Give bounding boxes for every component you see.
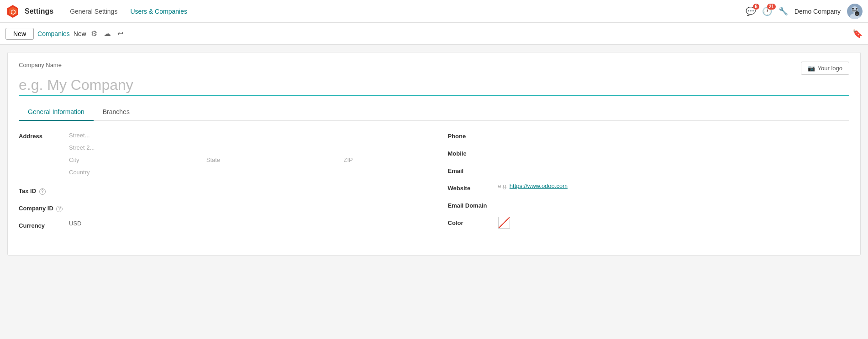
form-container: 📷 Your logo Company Name General Informa…	[7, 52, 861, 256]
app-logo: ⬡	[5, 4, 20, 19]
street-input[interactable]	[69, 130, 421, 141]
new-button[interactable]: New	[5, 28, 34, 40]
camera-icon: 📷	[808, 65, 815, 72]
tax-id-row: Tax ID ?	[19, 185, 421, 198]
right-section: Phone Mobile Email Webs	[448, 130, 850, 237]
left-section: Address Tax ID ?	[19, 130, 421, 237]
color-swatch-line	[499, 217, 510, 228]
email-domain-value	[498, 199, 850, 210]
phone-row: Phone	[448, 130, 850, 144]
bookmark-icon[interactable]: 🔖	[852, 29, 863, 39]
color-row: Color	[448, 217, 850, 230]
app-title: Settings	[25, 7, 53, 16]
email-row: Email	[448, 165, 850, 178]
address-label: Address	[19, 130, 69, 140]
phone-input[interactable]	[498, 130, 850, 141]
tax-id-help-icon[interactable]: ?	[39, 188, 46, 195]
email-domain-row: Email Domain	[448, 199, 850, 213]
country-input[interactable]	[69, 167, 421, 177]
company-id-row: Company ID ?	[19, 202, 421, 216]
svg-text:⬡: ⬡	[11, 9, 16, 16]
color-value	[498, 217, 850, 230]
tab-general-information[interactable]: General Information	[19, 104, 94, 121]
nav-right: 💬 6 🕐 21 🔧 Demo Company	[746, 4, 863, 19]
company-id-help-icon[interactable]: ?	[56, 206, 63, 212]
street2-input[interactable]	[69, 142, 421, 153]
action-icons: New ⚙ ☁ ↩	[74, 27, 125, 40]
color-label: Color	[448, 217, 498, 226]
currency-usd[interactable]: USD	[69, 217, 81, 227]
tax-id-label: Tax ID ?	[19, 185, 69, 195]
currency-label: Currency	[19, 219, 69, 229]
zip-input[interactable]	[344, 155, 421, 165]
email-label: Email	[448, 165, 498, 174]
svg-rect-11	[856, 14, 858, 14]
user-avatar[interactable]	[847, 4, 863, 19]
form-body: Address Tax ID ?	[19, 130, 849, 237]
website-link[interactable]: https://www.odoo.com	[510, 183, 568, 189]
tax-id-input[interactable]	[69, 185, 421, 195]
top-nav: ⬡ Settings General Settings Users & Comp…	[0, 0, 868, 23]
currency-value: USD	[69, 219, 421, 227]
state-input[interactable]	[206, 155, 340, 165]
mobile-input[interactable]	[498, 147, 850, 158]
mobile-row: Mobile	[448, 147, 850, 161]
nav-menu: General Settings Users & Companies	[64, 5, 193, 18]
website-row: Website e.g. https://www.odoo.com	[448, 182, 850, 196]
phone-value	[498, 130, 850, 141]
mobile-value	[498, 147, 850, 158]
tax-id-value	[69, 185, 421, 195]
settings-icon[interactable]: ⚙	[89, 27, 99, 40]
company-name[interactable]: Demo Company	[794, 8, 841, 15]
email-domain-label: Email Domain	[448, 199, 498, 209]
website-placeholder: e.g. https://www.odoo.com	[498, 183, 568, 189]
email-input[interactable]	[498, 165, 850, 175]
city-state-zip-row	[69, 155, 421, 165]
email-domain-input[interactable]	[498, 199, 850, 210]
color-swatch[interactable]	[498, 217, 510, 229]
svg-point-7	[856, 8, 857, 10]
tab-branches[interactable]: Branches	[94, 104, 139, 121]
notifications-icon[interactable]: 💬 6	[746, 6, 756, 16]
website-value: e.g. https://www.odoo.com	[498, 182, 850, 189]
company-name-input[interactable]	[19, 75, 849, 96]
company-id-value	[69, 202, 421, 213]
email-value	[498, 165, 850, 175]
discard-icon[interactable]: ↩	[116, 27, 125, 40]
svg-rect-12	[856, 15, 858, 15]
breadcrumb-current: New	[74, 30, 86, 37]
svg-rect-8	[852, 10, 857, 11]
company-id-input[interactable]	[69, 202, 421, 213]
clock-icon[interactable]: 🕐 21	[762, 6, 772, 16]
breadcrumb-companies[interactable]: Companies	[37, 30, 70, 37]
tabs: General Information Branches	[19, 104, 849, 121]
currency-row: Currency USD	[19, 219, 421, 233]
website-label: Website	[448, 182, 498, 192]
company-name-label: Company Name	[19, 62, 849, 68]
phone-label: Phone	[448, 130, 498, 140]
nav-users-companies[interactable]: Users & Companies	[125, 5, 193, 18]
mobile-label: Mobile	[448, 147, 498, 157]
svg-rect-10	[856, 13, 858, 13]
company-id-label: Company ID ?	[19, 202, 69, 212]
nav-general-settings[interactable]: General Settings	[64, 5, 123, 18]
action-bar: New Companies New ⚙ ☁ ↩ 🔖	[0, 23, 868, 45]
wrench-icon[interactable]: 🔧	[779, 6, 788, 16]
address-block	[69, 130, 421, 177]
cloud-upload-icon[interactable]: ☁	[102, 27, 113, 40]
logo-button[interactable]: 📷 Your logo	[801, 62, 849, 75]
address-row: Address	[19, 130, 421, 177]
svg-point-6	[852, 8, 854, 10]
city-input[interactable]	[69, 155, 203, 165]
